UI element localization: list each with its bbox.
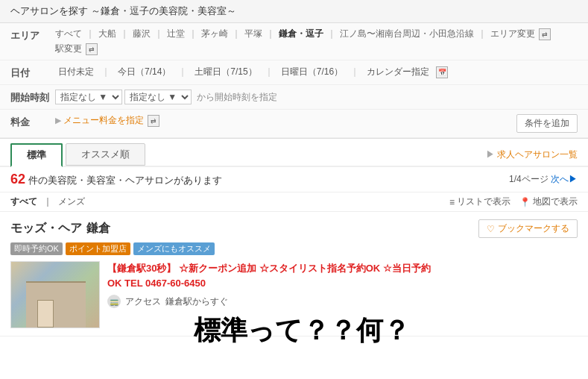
area-change-icon[interactable]: ⇄	[539, 28, 551, 40]
filters-area: エリア すべて ｜ 大船 ｜ 藤沢 ｜ 辻堂 ｜ 茅ヶ崎 ｜ 平塚 ｜ 鎌倉・逗…	[0, 23, 588, 139]
sort-tab-standard[interactable]: 標準	[10, 143, 63, 167]
salon-info: 【鎌倉駅30秒】 ☆新クーポン追加 ☆スタイリスト指名予約OK ☆当日予約 OK…	[107, 261, 578, 328]
salon-name[interactable]: モッズ・ヘア	[10, 221, 82, 237]
area-option-fujisawa[interactable]: 藤沢	[133, 28, 151, 40]
station-change-link[interactable]: 駅変更	[55, 43, 82, 55]
count-number: 62	[10, 172, 25, 187]
page-info: 1/4ページ	[509, 174, 549, 184]
date-filter-row: 日付 日付未定 ｜ 今日（7/14） ｜ 土曜日（7/15） ｜ 日曜日（7/1…	[0, 60, 588, 85]
salon-access: 🚃 アクセス 鎌倉駅からすぐ	[107, 295, 578, 308]
access-label: アクセス	[125, 295, 161, 308]
time-hint: から開始時刻を指定	[197, 91, 277, 104]
area-option-ofuna[interactable]: 大船	[98, 28, 116, 40]
area-option-all[interactable]: すべて	[55, 28, 82, 40]
results-count: 62 件の美容院・美容室・ヘアサロンがあります	[10, 172, 509, 187]
area-option-kamakura[interactable]: 鎌倉・逗子	[279, 28, 323, 40]
area-filter-row: エリア すべて ｜ 大船 ｜ 藤沢 ｜ 辻堂 ｜ 茅ヶ崎 ｜ 平塚 ｜ 鎌倉・逗…	[0, 23, 588, 60]
area-option-enoshima[interactable]: 江ノ島〜湘南台周辺・小田急沿線	[340, 28, 474, 40]
sort-bar: 標準 オススメ順 ▶ 求人ヘアサロン一覧	[0, 139, 588, 167]
time-label: 開始時刻	[10, 90, 55, 104]
list-view-label: リストで表示	[457, 195, 510, 208]
results-area: 標準って？？何？ 62 件の美容院・美容室・ヘアサロンがあります 1/4ページ …	[0, 167, 588, 336]
list-view-btn[interactable]: ≡ リストで表示	[449, 195, 510, 208]
access-detail: 鎌倉駅からすぐ	[165, 295, 228, 308]
view-options: ≡ リストで表示 📍 地図で表示	[449, 195, 578, 208]
bookmark-button[interactable]: ♡ ブックマークする	[478, 219, 578, 238]
calendar-icon[interactable]: 📅	[436, 66, 448, 78]
filter-all-link[interactable]: すべて	[10, 195, 37, 208]
job-link[interactable]: 求人ヘアサロン一覧	[497, 149, 578, 160]
salon-card: モッズ・ヘア 鎌倉 ♡ ブックマークする 即時予約OK ポイント加盟店 メンズに…	[0, 212, 588, 336]
page-title: ヘアサロンを探す ～鎌倉・逗子の美容院・美容室～	[0, 0, 588, 23]
menu-price-link[interactable]: メニュー料金を指定	[63, 114, 144, 127]
filter-men-link[interactable]: メンズ	[58, 195, 85, 208]
salon-body: 【鎌倉駅30秒】 ☆新クーポン追加 ☆スタイリスト指名予約OK ☆当日予約 OK…	[10, 261, 578, 328]
bookmark-label: ブックマークする	[498, 222, 569, 235]
heart-icon: ♡	[487, 224, 495, 234]
salon-tags: 即時予約OK ポイント加盟店 メンズにもオススメ	[10, 242, 578, 255]
salon-image	[10, 261, 100, 328]
area-option-hiratsuka[interactable]: 平塚	[244, 28, 262, 40]
sort-right: ▶ 求人ヘアサロン一覧	[486, 148, 578, 161]
add-condition-button[interactable]: 条件を追加	[516, 114, 578, 133]
map-view-label: 地図で表示	[533, 195, 578, 208]
date-saturday[interactable]: 土曜日（7/15）	[192, 65, 259, 79]
price-filter-row: 料金 ▶ メニュー料金を指定 ⇄ 条件を追加	[0, 110, 588, 138]
promo-line2: OK TEL 0467-60-6450	[107, 276, 578, 291]
station-change-icon[interactable]: ⇄	[86, 43, 98, 55]
map-view-btn[interactable]: 📍 地図で表示	[519, 195, 578, 208]
count-suffix: 件の美容院・美容室・ヘアサロンがあります	[28, 175, 222, 186]
date-undecided[interactable]: 日付未定	[55, 65, 97, 79]
promo-line1: 【鎌倉駅30秒】 ☆新クーポン追加 ☆スタイリスト指名予約OK ☆当日予約	[107, 261, 578, 276]
view-bar: すべて ｜ メンズ ≡ リストで表示 📍 地図で表示	[0, 192, 588, 212]
map-icon: 📍	[519, 197, 531, 207]
area-options: すべて ｜ 大船 ｜ 藤沢 ｜ 辻堂 ｜ 茅ヶ崎 ｜ 平塚 ｜ 鎌倉・逗子 ｜ …	[55, 28, 578, 55]
time-filter-row: 開始時刻 指定なし ▼ 指定なし ▼ から開始時刻を指定	[0, 85, 588, 110]
time-select-1[interactable]: 指定なし ▼	[55, 90, 122, 104]
area-label: エリア	[10, 28, 55, 43]
time-select-2[interactable]: 指定なし ▼	[124, 90, 192, 104]
tag-points: ポイント加盟店	[66, 242, 130, 255]
salon-promo: 【鎌倉駅30秒】 ☆新クーポン追加 ☆スタイリスト指名予約OK ☆当日予約 OK…	[107, 261, 578, 290]
tag-immediate: 即時予約OK	[10, 242, 63, 255]
list-icon: ≡	[449, 197, 455, 207]
date-options: 日付未定 ｜ 今日（7/14） ｜ 土曜日（7/15） ｜ 日曜日（7/16） …	[55, 65, 578, 79]
train-icon: 🚃	[107, 295, 121, 308]
calendar-link[interactable]: カレンダー指定	[364, 65, 432, 79]
results-bar: 62 件の美容院・美容室・ヘアサロンがあります 1/4ページ 次へ▶	[0, 167, 588, 192]
date-label: 日付	[10, 65, 55, 80]
date-sunday[interactable]: 日曜日（7/16）	[278, 65, 346, 79]
view-filter-links: すべて ｜ メンズ	[10, 195, 85, 208]
area-option-tsujido[interactable]: 辻堂	[167, 28, 185, 40]
tag-men: メンズにもオススメ	[133, 242, 215, 255]
price-info-icon[interactable]: ⇄	[148, 115, 159, 127]
time-options: 指定なし ▼ 指定なし ▼ から開始時刻を指定	[55, 90, 578, 104]
price-label: 料金	[10, 114, 55, 129]
salon-location: 鎌倉	[86, 221, 110, 237]
area-option-chigasaki[interactable]: 茅ヶ崎	[201, 28, 228, 40]
price-options: ▶ メニュー料金を指定 ⇄	[55, 114, 516, 127]
date-today[interactable]: 今日（7/14）	[115, 65, 174, 79]
area-change-link[interactable]: エリア変更	[490, 28, 535, 40]
salon-card-header: モッズ・ヘア 鎌倉 ♡ ブックマークする	[10, 219, 578, 238]
next-page-link[interactable]: 次へ▶	[551, 174, 578, 184]
pagination: 1/4ページ 次へ▶	[509, 173, 578, 186]
sort-tab-recommended[interactable]: オススメ順	[66, 143, 145, 166]
